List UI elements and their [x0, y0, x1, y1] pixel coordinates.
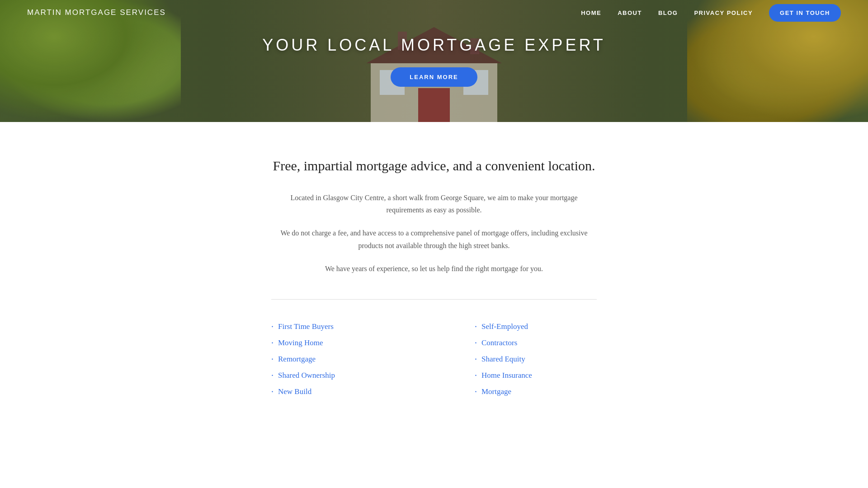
learn-more-button[interactable]: LEARN MORE: [391, 67, 477, 87]
link-shared-ownership[interactable]: Shared Ownership: [278, 371, 335, 380]
link-mortgage[interactable]: Mortgage: [481, 387, 511, 396]
nav-privacy-policy[interactable]: PRIVACY POLICY: [694, 9, 753, 16]
bullet-icon: ·: [271, 387, 274, 396]
service-links-grid: · First Time Buyers · Self-Employed · Mo…: [271, 322, 597, 396]
list-item: · Home Insurance: [475, 371, 597, 380]
main-content: Free, impartial mortgage advice, and a c…: [0, 122, 868, 423]
nav-home[interactable]: HOME: [581, 9, 601, 16]
section-divider: [271, 299, 597, 300]
list-item: · New Build: [271, 387, 393, 396]
hero-content: YOUR LOCAL MORTGAGE EXPERT LEARN MORE: [262, 36, 605, 87]
nav-links: HOME ABOUT BLOG PRIVACY POLICY GET IN TO…: [581, 9, 841, 17]
link-new-build[interactable]: New Build: [278, 387, 311, 396]
bullet-icon: ·: [475, 371, 477, 380]
link-contractors[interactable]: Contractors: [481, 338, 517, 347]
bullet-icon: ·: [475, 322, 477, 331]
list-item: · Contractors: [475, 338, 597, 347]
bullet-icon: ·: [271, 371, 274, 380]
link-self-employed[interactable]: Self-Employed: [481, 322, 528, 331]
link-first-time-buyers[interactable]: First Time Buyers: [278, 322, 334, 331]
nav-about[interactable]: ABOUT: [618, 9, 642, 16]
bullet-icon: ·: [475, 387, 477, 396]
section-headline: Free, impartial mortgage advice, and a c…: [273, 158, 595, 174]
bullet-icon: ·: [271, 338, 274, 347]
link-remortgage[interactable]: Remortgage: [278, 355, 316, 364]
section-text-1: Located in Glasgow City Centre, a short …: [271, 192, 597, 216]
list-item: · Mortgage: [475, 387, 597, 396]
list-item: · Remortgage: [271, 355, 393, 364]
list-item: · Shared Ownership: [271, 371, 393, 380]
get-in-touch-button[interactable]: GET IN TOUCH: [769, 4, 841, 22]
bullet-icon: ·: [475, 355, 477, 364]
navbar: MARTIN MORTGAGE SERVICES HOME ABOUT BLOG…: [0, 0, 868, 25]
bullet-icon: ·: [271, 355, 274, 364]
list-item: · First Time Buyers: [271, 322, 393, 331]
hero-title: YOUR LOCAL MORTGAGE EXPERT: [262, 36, 605, 55]
list-item: · Moving Home: [271, 338, 393, 347]
bullet-icon: ·: [271, 322, 274, 331]
list-item: · Self-Employed: [475, 322, 597, 331]
link-moving-home[interactable]: Moving Home: [278, 338, 323, 347]
site-logo[interactable]: MARTIN MORTGAGE SERVICES: [27, 8, 166, 17]
section-text-3: We have years of experience, so let us h…: [325, 263, 543, 275]
list-item: · Shared Equity: [475, 355, 597, 364]
link-shared-equity[interactable]: Shared Equity: [481, 355, 525, 364]
section-text-2: We do not charge a fee, and have access …: [271, 227, 597, 251]
link-home-insurance[interactable]: Home Insurance: [481, 371, 532, 380]
nav-blog[interactable]: BLOG: [658, 9, 678, 16]
bullet-icon: ·: [475, 338, 477, 347]
svg-rect-2: [418, 88, 450, 122]
